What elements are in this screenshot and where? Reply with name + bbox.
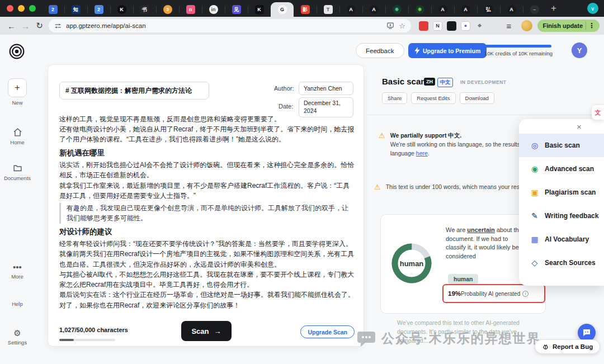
- scan-menu-item-label: Basic scan: [545, 141, 580, 149]
- zoom-window-button[interactable]: [29, 5, 36, 12]
- tab-favicon: A: [461, 5, 470, 14]
- document-heading: 新机遇在哪里: [59, 148, 355, 159]
- browser-tab[interactable]: 2: [41, 2, 64, 17]
- browser-tab[interactable]: T: [317, 2, 339, 17]
- sidebar-item-settings[interactable]: ⚙ Settings: [0, 329, 35, 346]
- translate-edge-tab[interactable]: 文: [592, 105, 604, 120]
- scan-menu-item-search-sources[interactable]: ◇Search Sources: [519, 251, 604, 275]
- browser-tab[interactable]: ❋: [408, 2, 431, 17]
- divider: [366, 115, 604, 115]
- scan-button[interactable]: Scan →: [181, 321, 232, 341]
- browser-extension-icon[interactable]: ●: [461, 21, 470, 31]
- sidebar-item-documents[interactable]: Documents: [0, 163, 35, 181]
- warning-text: We're still working on this language, so…: [390, 140, 523, 149]
- download-button[interactable]: Download: [460, 92, 494, 104]
- upgrade-scan-button[interactable]: Upgrade Scan: [300, 325, 355, 338]
- browser-tab[interactable]: 知: [64, 2, 87, 17]
- info-icon[interactable]: i: [522, 291, 528, 297]
- scan-menu-item-plagiarism-scan[interactable]: ▣Plagiarism scan: [519, 181, 604, 204]
- gptzero-logo[interactable]: [9, 44, 25, 59]
- browser-extension-icon[interactable]: ❖: [475, 21, 484, 31]
- browser-tab[interactable]: 2: [87, 2, 110, 17]
- user-avatar[interactable]: Y: [572, 42, 587, 58]
- feedback-label: Feedback: [366, 48, 394, 54]
- browser-tab[interactable]: 3: [156, 2, 179, 17]
- browser-menu-icon[interactable]: ⋮: [586, 22, 597, 30]
- tab-favicon: –: [530, 5, 539, 14]
- speech-bubble-icon: [357, 331, 376, 347]
- close-icon[interactable]: ×: [577, 122, 582, 131]
- document-editor-card: # 互联网数据挖掘：解密用户需求的方法论 Author: Yanzhen Che…: [48, 64, 364, 347]
- reload-button[interactable]: ↻: [32, 21, 46, 31]
- author-input[interactable]: Yanzhen Chen: [299, 82, 353, 95]
- sidebar-item-label: Help: [0, 301, 35, 307]
- tab-favicon: G: [278, 5, 287, 14]
- url-text: app.gptzero.me/app/ai-scan: [66, 22, 382, 29]
- document-title-input[interactable]: # 互联网数据挖掘：解密用户需求的方法论: [59, 82, 209, 100]
- browser-profile-avatar[interactable]: [521, 20, 532, 31]
- plagiarism-scan-icon: ▣: [530, 188, 539, 197]
- sidebar-item-help[interactable]: Help: [0, 301, 35, 307]
- browser-tab[interactable]: K: [110, 2, 133, 17]
- upgrade-premium-label: Upgrade to Premium: [423, 48, 480, 54]
- share-button[interactable]: Share: [382, 92, 407, 104]
- address-bar[interactable]: app.gptzero.me/app/ai-scan ☆: [49, 19, 411, 32]
- browser-tab[interactable]: 见: [225, 2, 248, 17]
- horizontal-scrollbar[interactable]: [59, 339, 115, 341]
- scan-menu-item-basic-scan[interactable]: ◎Basic scan: [519, 134, 604, 157]
- browser-tab[interactable]: A: [431, 2, 454, 17]
- browser-tab[interactable]: G: [271, 2, 294, 17]
- lightning-icon: [414, 47, 420, 54]
- tab-search-button[interactable]: ∨: [587, 3, 598, 14]
- writing-feedback-icon: ✎: [530, 211, 539, 220]
- scan-menu-item-ai-vocabulary[interactable]: ▦AI Vocabulary: [519, 228, 604, 251]
- browser-extension-icon[interactable]: [419, 21, 428, 31]
- document-body[interactable]: 这样的工具，视觉呈现不再是瓶颈，反而是创意思路和策略变得更重要了。还有做电商设计…: [59, 114, 355, 310]
- browser-tab[interactable]: A: [362, 2, 385, 17]
- tab-favicon: 书: [140, 5, 149, 14]
- warning-icon: ⚠: [379, 131, 385, 158]
- upgrade-premium-button[interactable]: Upgrade to Premium: [408, 43, 487, 58]
- here-link[interactable]: here: [416, 150, 428, 157]
- bug-icon: [542, 343, 549, 351]
- feedback-button[interactable]: Feedback: [356, 43, 404, 58]
- close-window-button[interactable]: [7, 5, 13, 12]
- bookmark-star-icon[interactable]: ☆: [399, 22, 405, 30]
- install-app-icon[interactable]: [386, 22, 394, 30]
- new-document-button[interactable]: + New: [8, 78, 27, 106]
- site-info-icon[interactable]: [54, 22, 62, 30]
- finish-update-label: Finish update: [543, 22, 583, 29]
- forward-button[interactable]: →: [18, 21, 32, 31]
- language-badge-zh: ZH: [424, 78, 435, 86]
- scrollbar-thumb[interactable]: [59, 339, 74, 341]
- side-panel-icon[interactable]: ≡: [502, 21, 516, 31]
- browser-tab[interactable]: K: [248, 2, 271, 17]
- report-bug-button[interactable]: Report a Bug: [535, 339, 600, 354]
- request-edits-button[interactable]: Request Edits: [411, 92, 455, 104]
- tab-favicon: K: [255, 5, 264, 14]
- browser-tab[interactable]: –: [523, 2, 546, 17]
- scan-menu-item-label: Advanced scan: [545, 165, 594, 173]
- screen: 2知2K书3nin见KG影TAA❋❋AA弘A– + ∨ ← → ↻ app.gp…: [0, 0, 604, 364]
- browser-tab[interactable]: A: [339, 2, 362, 17]
- tab-favicon: ❋: [416, 5, 424, 14]
- sidebar-item-home[interactable]: Home: [0, 127, 35, 145]
- finish-update-button[interactable]: Finish update ⋮: [537, 20, 600, 32]
- scan-menu-item-advanced-scan[interactable]: ◉Advanced scan: [519, 157, 604, 181]
- browser-tab[interactable]: 弘: [477, 2, 500, 17]
- browser-extension-icon[interactable]: N: [433, 21, 442, 31]
- minimize-window-button[interactable]: [18, 5, 25, 12]
- language-support-warning: ⚠ We partially support 中文. We're still w…: [379, 131, 523, 158]
- browser-tab[interactable]: ❋: [385, 2, 408, 17]
- browser-tab[interactable]: n: [179, 2, 202, 17]
- new-tab-button[interactable]: +: [546, 3, 561, 14]
- browser-tab[interactable]: 书: [133, 2, 156, 17]
- scan-menu-item-writing-feedback[interactable]: ✎Writing feedback: [519, 204, 604, 228]
- browser-extension-icon[interactable]: [447, 21, 456, 31]
- back-button[interactable]: ←: [4, 21, 18, 31]
- sidebar-item-more[interactable]: ••• More: [0, 263, 35, 280]
- browser-tab[interactable]: A: [500, 2, 523, 17]
- browser-tab[interactable]: A: [454, 2, 477, 17]
- browser-tab[interactable]: 影: [294, 2, 317, 17]
- browser-tab[interactable]: in: [202, 2, 225, 17]
